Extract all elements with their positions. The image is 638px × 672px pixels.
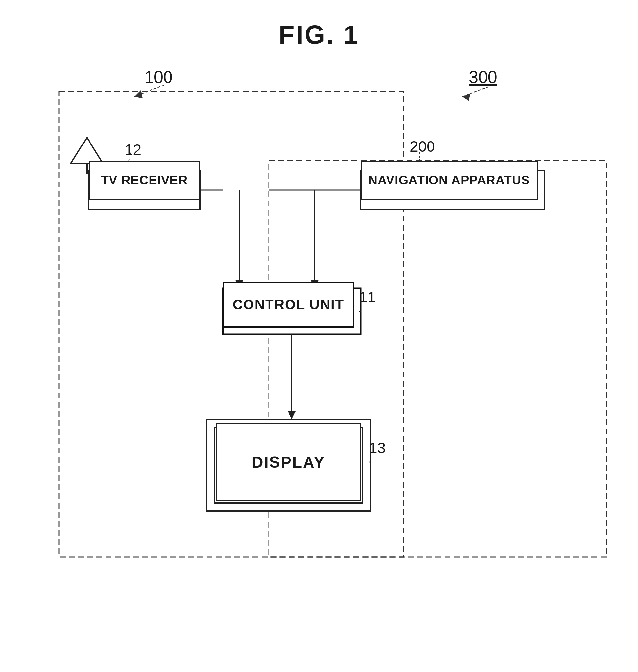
display-box: DISPLAY [216, 423, 360, 501]
label-300: 300 [469, 67, 497, 87]
svg-marker-18 [134, 90, 142, 98]
diagram-svg [0, 0, 638, 672]
tv-receiver-label: TV RECEIVER [101, 173, 187, 187]
display-label: DISPLAY [252, 453, 325, 471]
figure-title: FIG. 1 [279, 20, 359, 50]
svg-line-17 [134, 85, 164, 97]
label-100: 100 [144, 67, 173, 87]
svg-line-19 [462, 87, 488, 97]
svg-marker-2 [70, 138, 103, 164]
label-12: 12 [124, 141, 141, 159]
navigation-apparatus-label: NAVIGATION APPARATUS [369, 173, 530, 187]
label-200: 200 [410, 138, 435, 155]
navigation-apparatus-box: NAVIGATION APPARATUS [360, 160, 538, 200]
control-unit-box: CONTROL UNIT [223, 282, 354, 328]
control-unit-label: CONTROL UNIT [233, 297, 345, 313]
label-11: 11 [359, 288, 376, 306]
svg-marker-20 [462, 93, 470, 101]
label-13: 13 [369, 439, 386, 457]
svg-marker-16 [288, 411, 296, 419]
tv-receiver-box: TV RECEIVER [88, 160, 200, 200]
